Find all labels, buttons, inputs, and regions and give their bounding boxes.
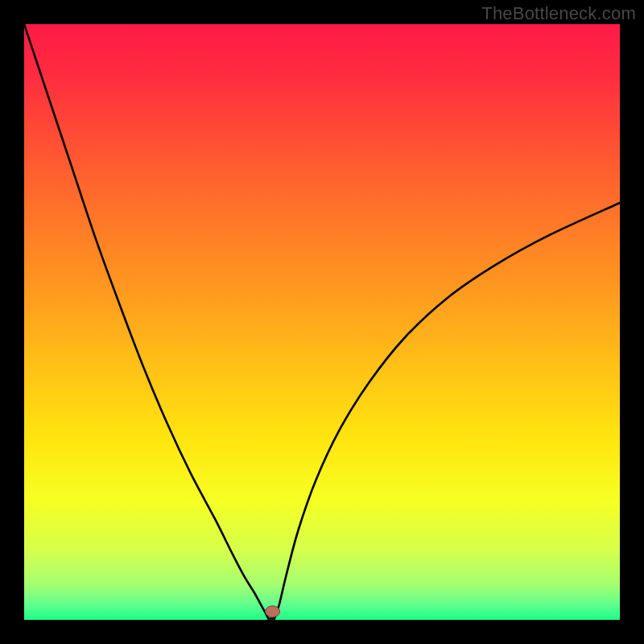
chart-frame: TheBottleneck.com xyxy=(0,0,644,644)
plot-svg xyxy=(24,24,620,620)
gradient-background xyxy=(24,24,620,620)
plot-area xyxy=(24,24,620,620)
watermark-text: TheBottleneck.com xyxy=(481,3,636,24)
optimum-marker xyxy=(266,606,280,617)
